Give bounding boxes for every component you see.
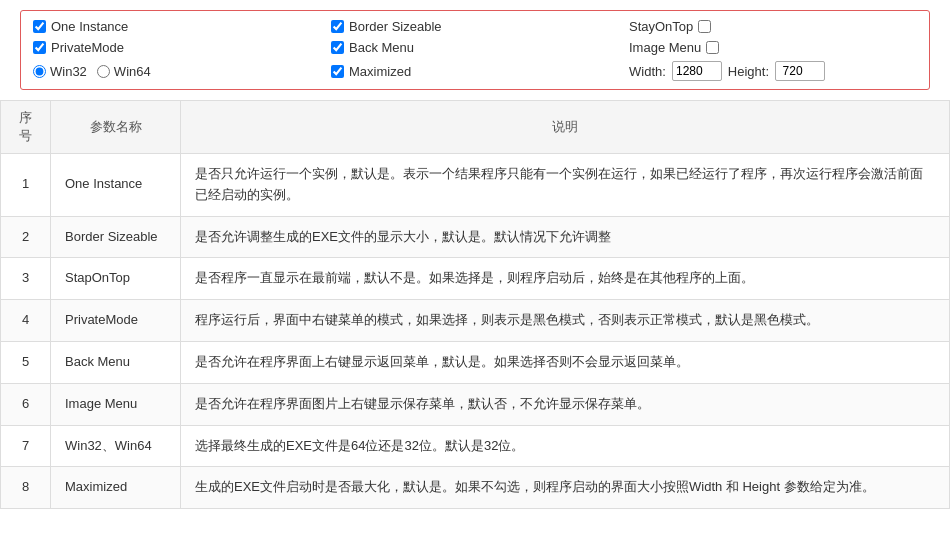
back-menu-label: Back Menu — [349, 40, 414, 55]
border-sizeable-checkbox[interactable] — [331, 20, 344, 33]
cell-desc: 是否允许在程序界面上右键显示返回菜单，默认是。如果选择否则不会显示返回菜单。 — [181, 341, 950, 383]
back-menu-row: Back Menu — [331, 40, 619, 55]
one-instance-row: One Instance — [33, 19, 321, 34]
cell-name: Maximized — [51, 467, 181, 509]
win32-radio-item: Win32 — [33, 64, 87, 79]
cell-desc: 是否只允许运行一个实例，默认是。表示一个结果程序只能有一个实例在运行，如果已经运… — [181, 154, 950, 217]
cell-index: 5 — [1, 341, 51, 383]
header-name: 参数名称 — [51, 101, 181, 154]
table-row: 4PrivateMode程序运行后，界面中右键菜单的模式，如果选择，则表示是黑色… — [1, 300, 950, 342]
cell-index: 1 — [1, 154, 51, 217]
win64-radio-item: Win64 — [97, 64, 151, 79]
stay-on-top-label: StayOnTop — [629, 19, 693, 34]
image-menu-label: Image Menu — [629, 40, 701, 55]
maximized-label: Maximized — [349, 64, 411, 79]
win32-radio[interactable] — [33, 65, 46, 78]
win64-label: Win64 — [114, 64, 151, 79]
private-mode-row: PrivateMode — [33, 40, 321, 55]
width-height-row: Width: Height: — [629, 61, 917, 81]
cell-name: Back Menu — [51, 341, 181, 383]
header-desc: 说明 — [181, 101, 950, 154]
win64-radio[interactable] — [97, 65, 110, 78]
cell-desc: 选择最终生成的EXE文件是64位还是32位。默认是32位。 — [181, 425, 950, 467]
table-row: 1One Instance是否只允许运行一个实例，默认是。表示一个结果程序只能有… — [1, 154, 950, 217]
table-row: 6Image Menu是否允许在程序界面图片上右键显示保存菜单，默认否，不允许显… — [1, 383, 950, 425]
table-row: 5Back Menu是否允许在程序界面上右键显示返回菜单，默认是。如果选择否则不… — [1, 341, 950, 383]
height-input[interactable] — [775, 61, 825, 81]
table-row: 8Maximized生成的EXE文件启动时是否最大化，默认是。如果不勾选，则程序… — [1, 467, 950, 509]
cell-name: StapOnTop — [51, 258, 181, 300]
table-row: 7Win32、Win64选择最终生成的EXE文件是64位还是32位。默认是32位… — [1, 425, 950, 467]
cell-desc: 是否允许调整生成的EXE文件的显示大小，默认是。默认情况下允许调整 — [181, 216, 950, 258]
cell-index: 8 — [1, 467, 51, 509]
cell-desc: 生成的EXE文件启动时是否最大化，默认是。如果不勾选，则程序启动的界面大小按照W… — [181, 467, 950, 509]
private-mode-label: PrivateMode — [51, 40, 124, 55]
table-row: 3StapOnTop是否程序一直显示在最前端，默认不是。如果选择是，则程序启动后… — [1, 258, 950, 300]
platform-row: Win32 Win64 — [33, 61, 321, 81]
one-instance-label: One Instance — [51, 19, 128, 34]
cell-desc: 是否程序一直显示在最前端，默认不是。如果选择是，则程序启动后，始终是在其他程序的… — [181, 258, 950, 300]
cell-name: Image Menu — [51, 383, 181, 425]
cell-desc: 程序运行后，界面中右键菜单的模式，如果选择，则表示是黑色模式，否则表示正常模式，… — [181, 300, 950, 342]
cell-index: 2 — [1, 216, 51, 258]
border-sizeable-row: Border Sizeable — [331, 19, 619, 34]
win32-label: Win32 — [50, 64, 87, 79]
image-menu-checkbox[interactable] — [706, 41, 719, 54]
cell-index: 7 — [1, 425, 51, 467]
cell-name: Win32、Win64 — [51, 425, 181, 467]
image-menu-row: Image Menu — [629, 40, 917, 55]
cell-index: 4 — [1, 300, 51, 342]
params-table: 序号 参数名称 说明 1One Instance是否只允许运行一个实例，默认是。… — [0, 100, 950, 509]
one-instance-checkbox[interactable] — [33, 20, 46, 33]
width-label: Width: — [629, 64, 666, 79]
height-label: Height: — [728, 64, 769, 79]
stay-on-top-row: StayOnTop — [629, 19, 917, 34]
stay-on-top-checkbox[interactable] — [698, 20, 711, 33]
table-row: 2Border Sizeable是否允许调整生成的EXE文件的显示大小，默认是。… — [1, 216, 950, 258]
cell-index: 6 — [1, 383, 51, 425]
cell-index: 3 — [1, 258, 51, 300]
back-menu-checkbox[interactable] — [331, 41, 344, 54]
config-panel: One Instance Border Sizeable StayOnTop P… — [20, 10, 930, 90]
private-mode-checkbox[interactable] — [33, 41, 46, 54]
width-input[interactable] — [672, 61, 722, 81]
header-index: 序号 — [1, 101, 51, 154]
border-sizeable-label: Border Sizeable — [349, 19, 442, 34]
maximized-checkbox[interactable] — [331, 65, 344, 78]
cell-name: One Instance — [51, 154, 181, 217]
cell-name: Border Sizeable — [51, 216, 181, 258]
cell-name: PrivateMode — [51, 300, 181, 342]
maximized-row: Maximized — [331, 61, 619, 81]
cell-desc: 是否允许在程序界面图片上右键显示保存菜单，默认否，不允许显示保存菜单。 — [181, 383, 950, 425]
